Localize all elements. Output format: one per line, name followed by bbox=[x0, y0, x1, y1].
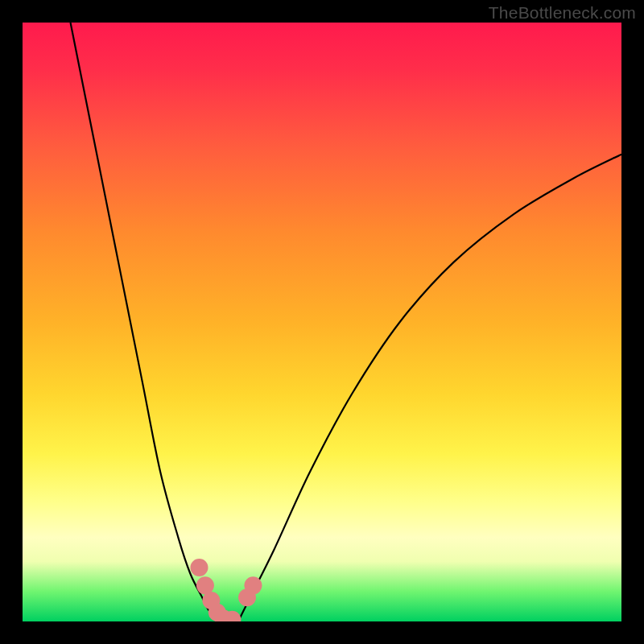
marker-dot bbox=[190, 559, 208, 576]
watermark-text: TheBottleneck.com bbox=[489, 3, 636, 23]
marker-dot bbox=[244, 576, 262, 594]
chart-plot-area bbox=[23, 23, 621, 621]
marker-dots bbox=[23, 23, 621, 621]
